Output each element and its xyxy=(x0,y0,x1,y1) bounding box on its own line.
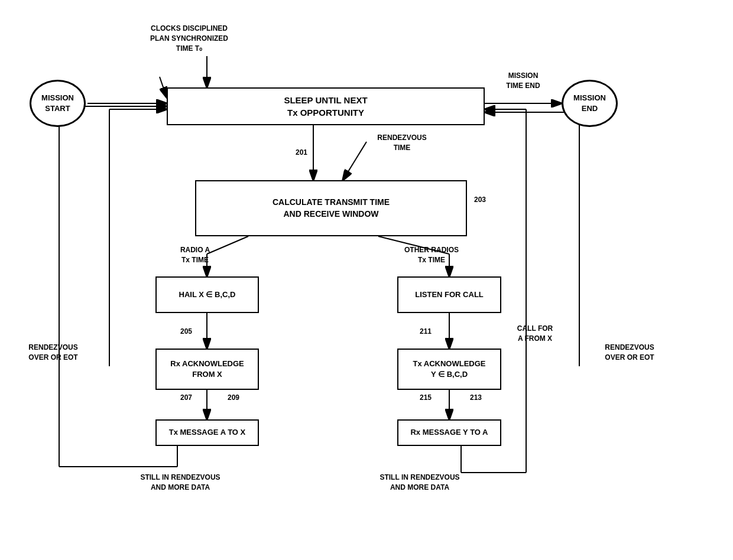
sleep-node: SLEEP UNTIL NEXT Tx OPPORTUNITY xyxy=(167,87,485,125)
listen-node: LISTEN FOR CALL xyxy=(397,276,501,313)
rendezvous-over-right-label: RENDEZVOUS OVER OR EOT xyxy=(591,343,668,363)
calculate-node: CALCULATE TRANSMIT TIME AND RECEIVE WIND… xyxy=(195,180,467,236)
flowchart-diagram: MISSION START MISSION END SLEEP UNTIL NE… xyxy=(0,0,733,560)
tx-acknowledge-node: Tx ACKNOWLEDGE Y ∈ B,C,D xyxy=(397,349,501,390)
svg-line-5 xyxy=(343,142,367,180)
ref-211-label: 211 xyxy=(414,327,437,337)
clocks-label: CLOCKS DISCIPLINED PLAN SYNCHRONIZED TIM… xyxy=(124,24,254,53)
mission-time-end-label: MISSION TIME END xyxy=(491,71,556,91)
rx-message-node: Rx MESSAGE Y TO A xyxy=(397,419,501,446)
still-rendezvous-left-label: STILL IN RENDEZVOUS AND MORE DATA xyxy=(127,473,233,493)
ref-213-label: 213 xyxy=(464,393,488,403)
other-radios-tx-label: OTHER RADIOS Tx TIME xyxy=(396,245,467,265)
rendezvous-over-left-label: RENDEZVOUS OVER OR EOT xyxy=(15,343,92,363)
mission-start-node: MISSION START xyxy=(30,80,86,127)
ref-201-label: 201 xyxy=(290,148,313,158)
ref-207-label: 207 xyxy=(174,393,198,403)
still-rendezvous-right-label: STILL IN RENDEZVOUS AND MORE DATA xyxy=(367,473,473,493)
radio-a-tx-label: RADIO A Tx TIME xyxy=(166,245,225,265)
ref-205-label: 205 xyxy=(174,327,198,337)
tx-message-node: Tx MESSAGE A TO X xyxy=(155,419,259,446)
ref-209-label: 209 xyxy=(222,393,245,403)
mission-end-node: MISSION END xyxy=(562,80,618,127)
ref-215-label: 215 xyxy=(414,393,437,403)
svg-line-3 xyxy=(160,77,167,97)
ref-203-label: 203 xyxy=(468,195,492,205)
hail-node: HAIL X ∈ B,C,D xyxy=(155,276,259,313)
rendezvous-time-label: RENDEZVOUS TIME xyxy=(367,133,437,153)
call-for-a-label: CALL FOR A FROM X xyxy=(502,324,567,344)
rx-acknowledge-node: Rx ACKNOWLEDGE FROM X xyxy=(155,349,259,390)
